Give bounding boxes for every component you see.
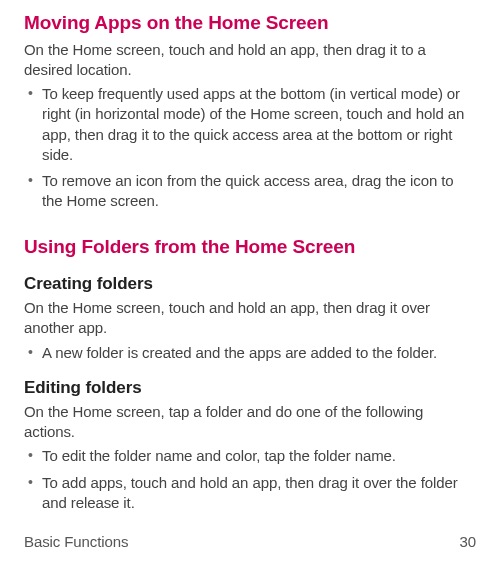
list-item: To keep frequently used apps at the bott… xyxy=(24,84,476,165)
list-item: To edit the folder name and color, tap t… xyxy=(24,446,476,466)
bullets-creating-folders: A new folder is created and the apps are… xyxy=(24,343,476,363)
list-item: To remove an icon from the quick access … xyxy=(24,171,476,212)
heading-using-folders: Using Folders from the Home Screen xyxy=(24,234,476,260)
subheading-creating-folders: Creating folders xyxy=(24,273,476,296)
intro-creating-folders: On the Home screen, touch and hold an ap… xyxy=(24,298,476,339)
subheading-editing-folders: Editing folders xyxy=(24,377,476,400)
bullets-editing-folders: To edit the folder name and color, tap t… xyxy=(24,446,476,513)
bullets-moving-apps: To keep frequently used apps at the bott… xyxy=(24,84,476,212)
page-footer: Basic Functions 30 xyxy=(24,532,476,552)
intro-editing-folders: On the Home screen, tap a folder and do … xyxy=(24,402,476,443)
list-item: To add apps, touch and hold an app, then… xyxy=(24,473,476,514)
intro-moving-apps: On the Home screen, touch and hold an ap… xyxy=(24,40,476,81)
heading-moving-apps: Moving Apps on the Home Screen xyxy=(24,10,476,36)
footer-section: Basic Functions xyxy=(24,532,128,552)
footer-page-number: 30 xyxy=(460,532,477,552)
list-item: A new folder is created and the apps are… xyxy=(24,343,476,363)
